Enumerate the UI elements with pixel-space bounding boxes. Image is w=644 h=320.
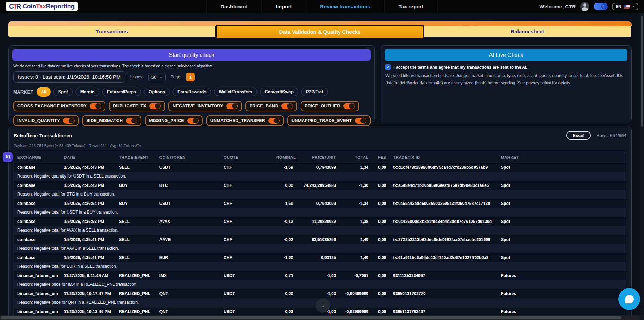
cell-market: Futures (497, 307, 626, 316)
vertical-scrollbar-thumb[interactable] (641, 16, 643, 127)
cell-trade-event: BUY (115, 181, 156, 190)
cell-trade-tx-id: 93111353134967 (390, 271, 497, 280)
transaction-row[interactable]: binance_futures_um 11/27/2025, 6:11:48 A… (14, 271, 626, 280)
user-avatar[interactable] (580, 2, 589, 11)
market-filter-pill[interactable]: Options (144, 88, 170, 96)
check-toggles-row-1: CROSS-EXCHANGE INVENTORY DUPLICATE_TX NE… (13, 101, 371, 111)
cell-total: -1,34 (339, 199, 372, 208)
cell-total: 1,49 (339, 253, 372, 262)
cell-price-unit: 74.243,28954883 (297, 181, 340, 190)
ki-assistant-button[interactable]: KI (3, 152, 13, 162)
transaction-row[interactable]: coinbase 1/5/2026, 4:45:43 PM BUY BTC CH… (14, 181, 626, 190)
nav-item[interactable]: Tax report (384, 0, 437, 13)
scan-summary: Issues: 0 - Last scan: 1/19/2026, 10:16:… (13, 71, 125, 83)
check-toggle-chip[interactable]: UNMAPPED_TRADE_EVENT (287, 115, 371, 126)
market-filter-pill[interactable]: Futures/Perps (102, 88, 141, 96)
transaction-row[interactable]: coinbase 1/5/2026, 4:45:43 PM SELL USDT … (14, 163, 626, 172)
cell-exchange: coinbase (14, 217, 60, 226)
cell-fee: 0,00 (372, 253, 390, 262)
check-toggle-chip[interactable]: PRICE_OUTLIER (301, 101, 359, 111)
transaction-row[interactable]: coinbase 1/5/2026, 4:36:53 PM SELL AVAX … (14, 217, 626, 226)
market-filter-pill[interactable]: Spot (53, 88, 73, 96)
cell-total: -1,30 (339, 181, 372, 190)
toggle-on-switch[interactable] (268, 118, 280, 124)
vertical-scrollbar[interactable] (640, 13, 644, 315)
nav-item[interactable]: Review transactions (306, 0, 384, 13)
market-filter-pill[interactable]: All (37, 87, 51, 97)
affected-transactions-card: Betroffene Transaktionen Excel Rows: 664… (8, 127, 632, 315)
issues-per-page-value: 50 (151, 75, 156, 80)
cell-date: 1/5/2026, 4:35:41 PM (60, 253, 115, 262)
cell-exchange: coinbase (14, 199, 60, 208)
excel-export-button[interactable]: Excel (566, 131, 591, 140)
check-toggle-label: SIDE_MISMATCH (86, 118, 123, 123)
col-fee: FEE (372, 152, 390, 163)
toggle-on-switch[interactable] (187, 118, 199, 124)
cell-exchange: binance_futures_um (14, 289, 60, 299)
ai-live-check-button[interactable]: AI Live Check (385, 49, 627, 61)
top-navbar: CTR CoinTaxReporting DashboardImportRevi… (0, 0, 644, 13)
toggle-on-switch[interactable] (343, 103, 355, 109)
transaction-reason-row: Reason: Negative total for EUR in a SELL… (14, 262, 626, 271)
check-toggle-chip[interactable]: MISSING_PRICE (145, 115, 203, 126)
check-toggle-chip[interactable]: CROSS-EXCHANGE INVENTORY (13, 101, 105, 111)
market-filter-row: MARKET AllSpotMarginFutures/PerpsOptions… (13, 87, 371, 97)
check-toggle-chip[interactable]: DUPLICATE_TX (109, 101, 165, 111)
check-toggle-chip[interactable]: NEGATIVE_INVENTORY (168, 101, 242, 111)
toggle-on-switch[interactable] (63, 118, 75, 124)
cell-trade-tx-id: tx:a598e4d71b20b869f69eaf87587df90e80c1a… (390, 181, 497, 190)
consent-checkbox[interactable]: ✓ (385, 64, 391, 70)
cell-date: 1/5/2026, 4:45:43 PM (60, 163, 115, 172)
start-quality-check-button[interactable]: Start quality check (12, 49, 371, 61)
section-tab[interactable]: Balancesheet (424, 26, 632, 37)
check-toggle-chip[interactable]: SIDE_MISMATCH (82, 115, 141, 126)
toggle-on-switch[interactable] (226, 103, 238, 109)
transaction-row[interactable]: coinbase 1/5/2026, 4:35:41 PM SELL AAVE … (14, 235, 626, 244)
page-number-button[interactable]: 1 (186, 73, 195, 81)
table-column-header-row: EXCHANGE DATE TRADE EVENT COIN/TOKEN QUO… (14, 152, 626, 163)
toggle-on-switch[interactable] (281, 103, 293, 109)
language-selector[interactable]: EN ⌄ (612, 3, 638, 10)
check-toggle-chip[interactable]: UNMATCHED_TRANSFER (206, 115, 284, 126)
cell-trade-tx-id: tx:3722b2313b62decf5de0682faa07ebaebe201… (390, 235, 497, 244)
toggle-on-switch[interactable] (126, 118, 137, 124)
issues-per-page-select[interactable]: 50 ⌄ (148, 73, 166, 81)
cell-nominal: 0,00 (273, 181, 297, 190)
cell-trade-tx-id: tx:d1cf473c28986ff6df75ca4d7cfd23eb5d957… (390, 163, 497, 172)
market-filter-pill[interactable]: Convert/Swap (260, 88, 298, 96)
toggle-on-switch[interactable] (149, 103, 161, 109)
check-toggles-row-2: INVALID_QUANTITY SIDE_MISMATCH MISSING_P… (13, 115, 371, 126)
logo-text-tax: Tax (36, 3, 46, 10)
transaction-row[interactable]: coinbase 1/5/2026, 4:36:54 PM BUY USDT C… (14, 199, 626, 208)
toggle-on-switch[interactable] (355, 118, 366, 124)
market-filter-pill[interactable]: Margin (76, 88, 99, 96)
check-toggle-label: CROSS-EXCHANGE INVENTORY (17, 104, 87, 109)
table-header-row: Betroffene Transaktionen Excel Rows: 664… (14, 131, 626, 140)
cell-price-unit: 0,7943099 (297, 163, 340, 172)
transactions-table: EXCHANGE DATE TRADE EVENT COIN/TOKEN QUO… (14, 152, 626, 315)
horizontal-scrollbar-thumb[interactable] (1, 316, 621, 319)
chat-widget-button[interactable] (618, 288, 640, 310)
toggle-on-switch[interactable] (90, 103, 101, 109)
section-tab[interactable]: Data Validation & Quality Checks (216, 25, 424, 38)
check-toggle-chip[interactable]: INVALID_QUANTITY (13, 115, 79, 126)
app-logo[interactable]: CTR CoinTaxReporting (6, 2, 78, 11)
transaction-row[interactable]: coinbase 1/5/2026, 4:35:41 PM SELL EUR C… (14, 253, 626, 262)
check-toggle-chip[interactable]: PRICE_BAND (245, 101, 297, 111)
transaction-row[interactable]: binance_futures_um 11/23/2025, 10:17:47 … (14, 289, 626, 299)
cell-date: 1/5/2026, 4:35:41 PM (60, 235, 115, 244)
market-filter-pill[interactable]: Wallet/Transfers (214, 88, 257, 96)
market-filter-pill[interactable]: P2P/Fiat (301, 88, 328, 96)
check-toggle-label: MISSING_PRICE (149, 118, 184, 123)
section-tab[interactable]: Transactions (8, 26, 216, 37)
market-filter-pill[interactable]: Earn/Rewards (173, 88, 211, 96)
horizontal-scrollbar[interactable] (0, 315, 640, 320)
scroll-to-bottom-button[interactable]: ↓ (316, 298, 330, 313)
theme-toggle[interactable]: ☾ (594, 3, 608, 10)
nav-item[interactable]: Dashboard (206, 0, 261, 13)
cell-trade-event: SELL (115, 235, 156, 244)
cell-trade-event: REALIZED_PNL (115, 307, 156, 316)
cell-total: 1,49 (339, 235, 372, 244)
nav-item[interactable]: Import (262, 0, 306, 13)
cell-total: -0,00499999 (339, 289, 372, 299)
